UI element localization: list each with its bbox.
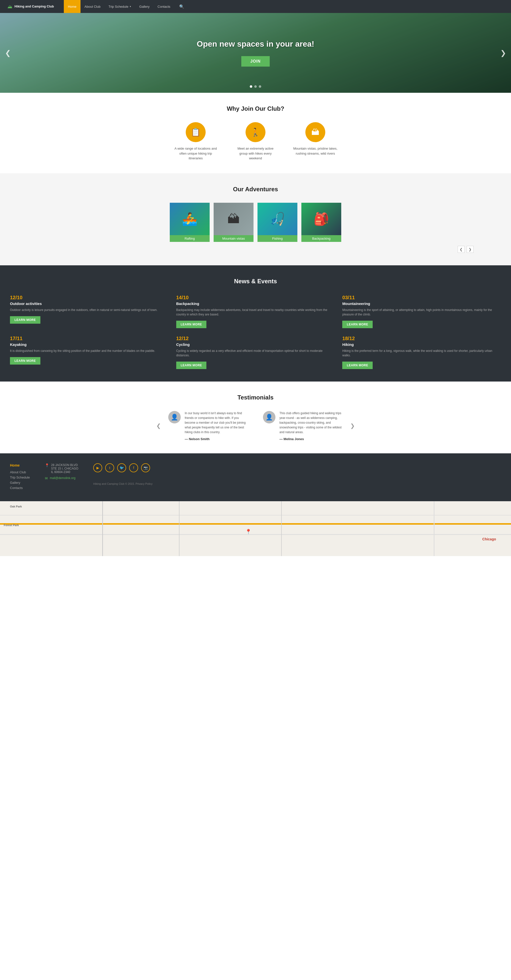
testimonial-text-1: In our busy world it isn't always easy t…: [185, 411, 248, 435]
social-facebook[interactable]: f: [129, 463, 138, 472]
footer-link-about[interactable]: About Club: [10, 470, 30, 474]
learn-more-btn-6[interactable]: LEARN MORE: [342, 361, 373, 369]
adventure-card-rafting[interactable]: 🚣 Rafting: [170, 203, 209, 242]
adventures-section: Our Adventures 🚣 Rafting 🏔 Mountain vist…: [0, 173, 511, 265]
footer-link-gallery[interactable]: Gallery: [10, 481, 30, 485]
site-header: ⛰ Hiking and Camping Club Home About Clu…: [0, 0, 511, 13]
location-icon: 📍: [45, 463, 49, 474]
adventure-card-fishing[interactable]: 🎣 Fishing: [257, 203, 297, 242]
testimonials-inner: ❮ 👤 In our busy world it isn't always ea…: [8, 411, 503, 441]
adventure-img-backpacking: 🎒: [302, 203, 341, 235]
news-date-6: 18/12: [342, 336, 501, 341]
testimonial-text-2: This club offers guided hiking and walki…: [279, 411, 343, 435]
social-instagram[interactable]: 📷: [141, 463, 150, 472]
testimonials-next-arrow[interactable]: ❯: [348, 420, 357, 432]
logo[interactable]: ⛰ Hiking and Camping Club: [8, 4, 54, 10]
learn-more-btn-3[interactable]: LEARN MORE: [342, 321, 373, 328]
news-text-6: Hiking is the preferred term for a long,…: [342, 348, 501, 358]
testimonials-items: 👤 In our busy world it isn't always easy…: [168, 411, 343, 441]
footer-link-contacts[interactable]: Contacts: [10, 486, 30, 490]
learn-more-btn-1[interactable]: LEARN MORE: [10, 316, 40, 324]
news-grid: 12/10 Outdoor activities Outdoor activit…: [10, 295, 501, 369]
map-label-chicago: Chicago: [482, 537, 496, 541]
footer-copyright: Hiking and Camping Club © 2015. Privacy …: [93, 482, 152, 485]
main-nav: Home About Club Trip Schedule ▼ Gallery …: [64, 0, 174, 13]
learn-more-btn-5[interactable]: LEARN MORE: [176, 361, 207, 369]
social-twitter[interactable]: 🐦: [117, 463, 126, 472]
hero-section: ❮ Open new spaces in your area! JOIN ❯: [0, 13, 511, 93]
map-road-horizontal-2: [0, 534, 511, 535]
news-item-1: 12/10 Outdoor activities Outdoor activit…: [10, 295, 169, 328]
testimonial-avatar-1: 👤: [168, 411, 181, 423]
adventures-navigation: ❮ ❯: [8, 246, 503, 253]
mountain-icon: 🏔: [311, 128, 319, 137]
footer-contact-section: 📍 28 JACKSON BLVD STE 15 I, CHICAGO IL 6…: [45, 463, 78, 483]
footer-nav-title: Home: [10, 463, 30, 467]
news-date-4: 17/11: [10, 336, 169, 341]
adventures-grid: 🚣 Rafting 🏔 Mountain vistas 🎣 Fishing 🎒 …: [8, 203, 503, 242]
adventure-label-backpacking: Backpacking: [302, 235, 341, 242]
hero-next-arrow[interactable]: ❯: [500, 49, 506, 57]
hero-join-button[interactable]: JOIN: [241, 56, 270, 67]
learn-more-btn-4[interactable]: LEARN MORE: [10, 357, 40, 364]
adventures-title: Our Adventures: [8, 186, 503, 193]
nav-item-about[interactable]: About Club: [81, 0, 105, 13]
logo-icon: ⛰: [8, 4, 13, 10]
footer-nav-section: Home About Club Trip Schedule Gallery Co…: [10, 463, 30, 491]
map-section: Oak Park Forest Park 📍 Chicago: [0, 501, 511, 556]
news-date-2: 14/10: [176, 295, 335, 301]
mountain-image: 🏔: [214, 203, 254, 235]
adventure-card-mountain[interactable]: 🏔 Mountain vistas: [214, 203, 254, 242]
search-icon[interactable]: 🔍: [179, 4, 184, 9]
adventure-img-mountain: 🏔: [214, 203, 254, 235]
testimonials-section: Testimonials ❮ 👤 In our busy world it is…: [0, 382, 511, 453]
adventure-label-fishing: Fishing: [257, 235, 297, 242]
hero-dot-2[interactable]: [254, 85, 257, 88]
social-links-row: ▶ t 🐦 f 📷: [93, 463, 150, 472]
news-text-3: Mountaineering is the sport of attaining…: [342, 308, 501, 317]
footer-address: 📍 28 JACKSON BLVD STE 15 I, CHICAGO IL 6…: [45, 463, 78, 474]
map-road-vertical-right: [434, 501, 435, 556]
adventures-next-button[interactable]: ❯: [467, 246, 474, 253]
trip-dropdown-arrow: ▼: [129, 5, 132, 8]
map-location-pin: 📍: [245, 529, 252, 535]
testimonials-title: Testimonials: [8, 394, 503, 401]
feature-icon-mountains: 🏔: [305, 122, 325, 142]
news-title-6: Hiking: [342, 342, 501, 347]
hero-dots: [250, 85, 261, 88]
adventure-label-rafting: Rafting: [170, 235, 209, 242]
testimonial-content-2: This club offers guided hiking and walki…: [279, 411, 343, 441]
why-join-section: Why Join Our Club? 📋 A wide range of loc…: [0, 93, 511, 173]
learn-more-btn-2[interactable]: LEARN MORE: [176, 321, 207, 328]
hero-dot-3[interactable]: [259, 85, 261, 88]
hero-dot-1[interactable]: [250, 85, 252, 88]
news-date-1: 12/10: [10, 295, 169, 301]
nav-item-contacts[interactable]: Contacts: [154, 0, 174, 13]
news-events-section: News & Events 12/10 Outdoor activities O…: [0, 265, 511, 382]
social-youtube[interactable]: ▶: [93, 463, 102, 472]
footer-email-text[interactable]: mail@demolink.org: [50, 476, 76, 480]
footer-link-trip[interactable]: Trip Schedule: [10, 476, 30, 479]
adventure-img-fishing: 🎣: [257, 203, 297, 235]
nav-item-home[interactable]: Home: [64, 0, 81, 13]
hero-prev-arrow[interactable]: ❮: [5, 49, 11, 57]
map-label-oak-park: Oak Park: [10, 505, 22, 508]
testimonial-content-1: In our busy world it isn't always easy t…: [185, 411, 248, 441]
map-background: Oak Park Forest Park 📍 Chicago: [0, 501, 511, 556]
adventure-card-backpacking[interactable]: 🎒 Backpacking: [302, 203, 341, 242]
nav-item-gallery[interactable]: Gallery: [135, 0, 154, 13]
testimonial-author-2: — Melina Jones: [279, 437, 343, 441]
adventures-prev-button[interactable]: ❮: [458, 246, 465, 253]
social-tumblr[interactable]: t: [105, 463, 114, 472]
site-footer: Home About Club Trip Schedule Gallery Co…: [0, 453, 511, 501]
adventure-img-rafting: 🚣: [170, 203, 209, 235]
news-events-title: News & Events: [10, 278, 501, 285]
footer-social-section: ▶ t 🐦 f 📷 Hiking and Camping Club © 2015…: [93, 463, 152, 485]
news-date-5: 12/12: [176, 336, 335, 341]
adventure-label-mountain: Mountain vistas: [214, 235, 254, 242]
news-item-4: 17/11 Kayaking It is distinguished from …: [10, 336, 169, 369]
feature-icon-locations: 📋: [186, 122, 206, 142]
nav-item-trip[interactable]: Trip Schedule ▼: [105, 0, 135, 13]
feature-icon-group: 🚶: [246, 122, 265, 142]
testimonials-prev-arrow[interactable]: ❮: [154, 420, 163, 432]
